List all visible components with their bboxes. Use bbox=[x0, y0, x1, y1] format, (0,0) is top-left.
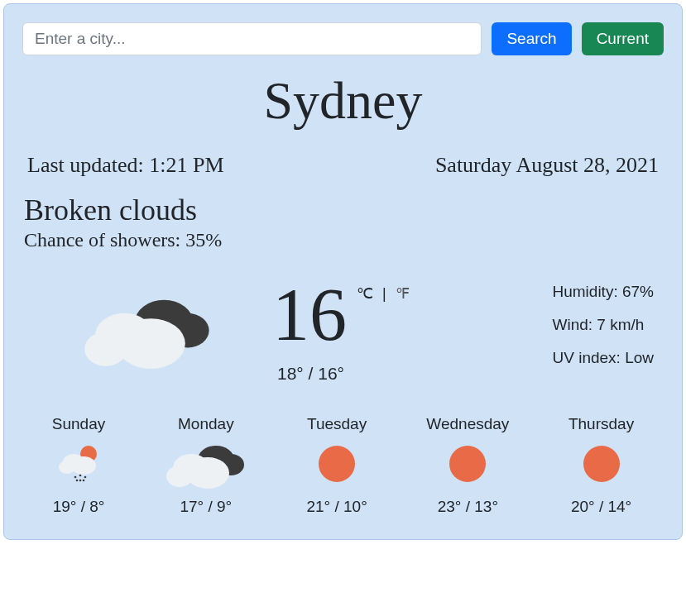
unit-toggle: ℃ | ℉ bbox=[347, 278, 410, 303]
current-location-button[interactable]: Current bbox=[582, 22, 664, 55]
humidity: Humidity: 67% bbox=[552, 283, 654, 301]
current-temp-wrap: 16 ℃ | ℉ 18° / 16° bbox=[272, 278, 410, 384]
svg-point-12 bbox=[79, 474, 82, 476]
svg-point-10 bbox=[79, 479, 82, 481]
forecast-day-label: Monday bbox=[178, 415, 234, 433]
forecast-day-temps: 19° / 8° bbox=[53, 498, 105, 516]
condition-text: Broken clouds bbox=[24, 193, 662, 227]
sun-icon bbox=[583, 446, 620, 486]
forecast-day: Thursday 20° / 14° bbox=[568, 415, 634, 516]
forecast-day-label: Thursday bbox=[568, 415, 634, 433]
forecast-day-temps: 21° / 10° bbox=[306, 498, 367, 516]
chance-of-showers: Chance of showers: 35% bbox=[24, 229, 662, 251]
unit-celsius-link[interactable]: ℃ bbox=[357, 285, 373, 302]
temp-line: 16 ℃ | ℉ bbox=[272, 278, 410, 352]
high-low-temp: 18° / 16° bbox=[277, 364, 410, 384]
forecast-day-temps: 23° / 13° bbox=[438, 498, 498, 516]
forecast-day: Wednesday 23° / 13° bbox=[426, 415, 509, 516]
broken-clouds-icon bbox=[165, 435, 247, 497]
sun-icon bbox=[319, 446, 355, 486]
current-weather-row: 16 ℃ | ℉ 18° / 16° Humidity: 67% Wind: 7… bbox=[22, 251, 664, 392]
search-input[interactable] bbox=[22, 22, 482, 55]
city-title: Sydney bbox=[22, 70, 664, 131]
svg-point-14 bbox=[83, 479, 85, 481]
current-temperature: 16 bbox=[272, 278, 347, 352]
rain-sun-icon bbox=[55, 442, 102, 489]
wind: Wind: 7 km/h bbox=[552, 316, 654, 334]
svg-point-22 bbox=[583, 446, 620, 482]
forecast-day-label: Sunday bbox=[52, 415, 105, 433]
svg-point-20 bbox=[319, 446, 355, 482]
svg-point-3 bbox=[117, 318, 185, 369]
current-icon-wrap bbox=[24, 278, 272, 379]
forecast-day: Monday 17° / 9° bbox=[165, 415, 247, 516]
last-updated: Last updated: 1:21 PM bbox=[27, 153, 224, 178]
forecast-row: Sunday 19° / 8° Monday 17° / 9° Tuesday … bbox=[22, 415, 664, 521]
svg-point-8 bbox=[59, 461, 75, 474]
forecast-day-temps: 20° / 14° bbox=[571, 498, 631, 516]
current-date: Saturday August 28, 2021 bbox=[435, 153, 659, 178]
uv-index: UV index: Low bbox=[552, 349, 654, 367]
forecast-day: Tuesday 21° / 10° bbox=[306, 415, 367, 516]
sun-icon bbox=[449, 446, 486, 486]
svg-point-18 bbox=[186, 457, 229, 489]
forecast-day-temps: 17° / 9° bbox=[180, 498, 232, 516]
broken-clouds-icon bbox=[82, 283, 214, 379]
forecast-day-label: Tuesday bbox=[307, 415, 367, 433]
svg-point-13 bbox=[76, 479, 79, 481]
search-form: Search Current bbox=[22, 22, 664, 55]
unit-fahrenheit-link[interactable]: ℉ bbox=[396, 285, 410, 302]
weather-card: Search Current Sydney Last updated: 1:21… bbox=[3, 3, 683, 540]
conditions: Broken clouds Chance of showers: 35% bbox=[22, 193, 664, 251]
svg-point-21 bbox=[449, 446, 486, 482]
search-button[interactable]: Search bbox=[492, 22, 571, 55]
forecast-day: Sunday 19° / 8° bbox=[52, 415, 105, 516]
forecast-day-label: Wednesday bbox=[426, 415, 509, 433]
svg-point-19 bbox=[166, 466, 193, 487]
details-column: Humidity: 67% Wind: 7 km/h UV index: Low bbox=[552, 278, 662, 382]
svg-point-4 bbox=[84, 332, 127, 366]
meta-row: Last updated: 1:21 PM Saturday August 28… bbox=[22, 153, 664, 181]
svg-point-11 bbox=[84, 475, 87, 478]
unit-separator: | bbox=[382, 285, 386, 302]
svg-point-9 bbox=[74, 475, 77, 478]
